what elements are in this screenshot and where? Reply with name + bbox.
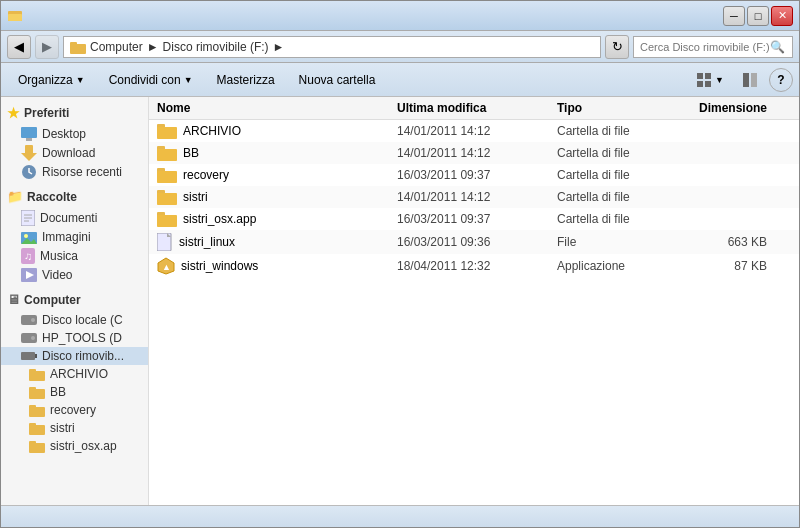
images-icon [21,230,37,244]
svg-rect-5 [697,73,703,79]
raccolte-folder-icon: 📁 [7,189,23,204]
sidebar-sub-label-sistri-osx: sistri_osx.ap [50,439,117,453]
view-button[interactable]: ▼ [689,67,731,93]
refresh-button[interactable]: ↻ [605,35,629,59]
organizza-button[interactable]: Organizza ▼ [7,67,96,93]
sidebar-item-hp-tools[interactable]: HP_TOOLS (D [1,329,148,347]
file-name-text: sistri_windows [181,259,258,273]
main-window: ─ □ ✕ ◀ ▶ Computer ► Disco rimovibile (F… [0,0,800,528]
sidebar-sub-item-recovery[interactable]: recovery [1,401,148,419]
file-name-text: sistri_linux [179,235,235,249]
sidebar-item-disco-rimovibile[interactable]: Disco rimovib... [1,347,148,365]
help-button[interactable]: ? [769,68,793,92]
file-size-cell: 663 KB [687,235,787,249]
sidebar-label-preferiti: Preferiti [24,106,69,120]
sidebar-header-computer[interactable]: 🖥 Computer [1,288,148,311]
address-path[interactable]: Computer ► Disco rimovibile (F:) ► [63,36,601,58]
sidebar-section-computer: 🖥 Computer Disco locale (C HP_TOOLS (D D… [1,288,148,455]
folder-icon [157,211,177,227]
file-name-text: recovery [183,168,229,182]
minimize-button[interactable]: ─ [723,6,745,26]
doc-icon [21,210,35,226]
table-row[interactable]: ▲ sistri_windows 18/04/2011 12:32 Applic… [149,254,799,278]
masterizza-button[interactable]: Masterizza [206,67,286,93]
table-row[interactable]: BB 14/01/2011 14:12 Cartella di file [149,142,799,164]
file-type-cell: Applicazione [557,259,687,273]
table-row[interactable]: ARCHIVIO 14/01/2011 14:12 Cartella di fi… [149,120,799,142]
sidebar-item-download[interactable]: Download [1,143,148,163]
file-list-header: Nome Ultima modifica Tipo Dimensione [149,97,799,120]
sidebar-section-raccolte: 📁 Raccolte Documenti Immagini ♫ Musica [1,185,148,284]
col-header-type[interactable]: Tipo [557,101,687,115]
forward-button[interactable]: ▶ [35,35,59,59]
file-type-cell: File [557,235,687,249]
file-type-cell: Cartella di file [557,168,687,182]
folder-icon [157,189,177,205]
file-icon [157,233,173,251]
file-name-cell: recovery [157,167,397,183]
sidebar-item-label-documenti: Documenti [40,211,97,225]
svg-rect-45 [157,127,177,139]
table-row[interactable]: sistri_osx.app 16/03/2011 09:37 Cartella… [149,208,799,230]
sidebar-item-video[interactable]: Video [1,266,148,284]
search-input[interactable] [640,41,770,53]
search-icon: 🔍 [770,40,785,54]
file-list-scroll[interactable]: Nome Ultima modifica Tipo Dimensione ARC… [149,97,799,505]
file-modified-cell: 16/03/2011 09:36 [397,235,557,249]
table-row[interactable]: sistri 14/01/2011 14:12 Cartella di file [149,186,799,208]
folder-icon [157,145,177,161]
svg-rect-54 [157,193,177,205]
col-header-size[interactable]: Dimensione [687,101,787,115]
address-bar: ◀ ▶ Computer ► Disco rimovibile (F:) ► ↻… [1,31,799,63]
sidebar-item-disco-locale[interactable]: Disco locale (C [1,311,148,329]
recent-icon [21,165,37,179]
window-icon [7,8,23,24]
sidebar-item-immagini[interactable]: Immagini [1,228,148,246]
file-type-cell: Cartella di file [557,190,687,204]
toolbar: Organizza ▼ Condividi con ▼ Masterizza N… [1,63,799,97]
sidebar-item-documenti[interactable]: Documenti [1,208,148,228]
file-size-cell: 87 KB [687,259,787,273]
folder-icon [70,40,86,54]
file-name-cell: sistri [157,189,397,205]
sidebar-sub-item-sistri-osx[interactable]: sistri_osx.ap [1,437,148,455]
back-button[interactable]: ◀ [7,35,31,59]
sidebar-header-raccolte[interactable]: 📁 Raccolte [1,185,148,208]
sidebar-sub-item-bb[interactable]: BB [1,383,148,401]
desktop-icon [21,127,37,141]
file-name-text: sistri [183,190,208,204]
file-name-text: ARCHIVIO [183,124,241,138]
search-box[interactable]: 🔍 [633,36,793,58]
svg-rect-2 [10,11,16,14]
main-content: ★ Preferiti Desktop Download Risorse rec… [1,97,799,505]
svg-point-28 [31,318,35,322]
file-name-text: BB [183,146,199,160]
maximize-button[interactable]: □ [747,6,769,26]
chevron-down-icon: ▼ [715,75,724,85]
sidebar-item-musica[interactable]: ♫ Musica [1,246,148,266]
sidebar-item-label-hp-tools: HP_TOOLS (D [42,331,122,345]
hdd-icon [21,313,37,327]
file-modified-cell: 14/01/2011 14:12 [397,190,557,204]
sidebar-sub-item-archivio[interactable]: ARCHIVIO [1,365,148,383]
close-button[interactable]: ✕ [771,6,793,26]
sidebar-item-risorse[interactable]: Risorse recenti [1,163,148,181]
nuova-cartella-button[interactable]: Nuova cartella [288,67,387,93]
sidebar: ★ Preferiti Desktop Download Risorse rec… [1,97,149,505]
sidebar-sub-item-sistri[interactable]: sistri [1,419,148,437]
title-bar-left [7,8,23,24]
preview-button[interactable] [735,67,765,93]
sidebar-item-desktop[interactable]: Desktop [1,125,148,143]
svg-rect-1 [8,14,22,21]
sidebar-item-label-download: Download [42,146,95,160]
chevron-down-icon: ▼ [184,75,193,85]
svg-rect-8 [705,81,711,87]
svg-rect-6 [705,73,711,79]
col-header-modified[interactable]: Ultima modifica [397,101,557,115]
sidebar-header-preferiti[interactable]: ★ Preferiti [1,101,148,125]
table-row[interactable]: recovery 16/03/2011 09:37 Cartella di fi… [149,164,799,186]
table-row[interactable]: sistri_linux 16/03/2011 09:36 File 663 K… [149,230,799,254]
condividi-button[interactable]: Condividi con ▼ [98,67,204,93]
col-header-name[interactable]: Nome [157,101,397,115]
download-icon [21,145,37,161]
